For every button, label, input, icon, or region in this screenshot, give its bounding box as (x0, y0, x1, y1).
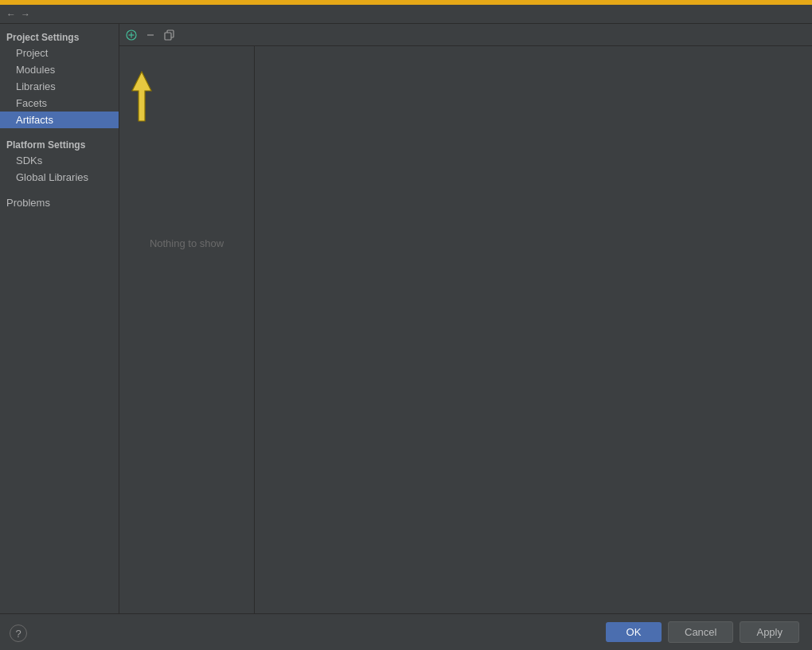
bottom-bar: ? OK Cancel Apply (0, 613, 812, 650)
add-button[interactable] (123, 26, 140, 44)
sidebar-item-global-libraries[interactable]: Global Libraries (0, 169, 119, 186)
help-button[interactable]: ? (10, 625, 27, 642)
left-panel: Nothing to show (119, 46, 255, 613)
project-settings-group-label: Project Settings (0, 27, 119, 45)
sidebar-item-sdks[interactable]: SDKs (0, 152, 119, 169)
sidebar: Project Settings Project Modules Librari… (0, 24, 119, 613)
sidebar-divider-2 (0, 186, 119, 192)
sidebar-item-facets[interactable]: Facets (0, 95, 119, 112)
forward-button[interactable]: → (19, 8, 32, 21)
remove-button[interactable] (142, 26, 159, 44)
content-area: Nothing to show (119, 24, 812, 613)
cancel-button[interactable]: Cancel (668, 621, 733, 643)
apply-button[interactable]: Apply (740, 621, 799, 643)
main-layout: Project Settings Project Modules Librari… (0, 24, 812, 613)
ok-button[interactable]: OK (606, 622, 662, 642)
right-panel (255, 46, 812, 613)
svg-rect-5 (165, 33, 171, 40)
sidebar-item-project[interactable]: Project (0, 45, 119, 61)
split-area: Nothing to show (119, 46, 812, 613)
svg-marker-6 (132, 72, 151, 121)
nothing-to-show-label: Nothing to show (150, 237, 224, 249)
platform-settings-group-label: Platform Settings (0, 135, 119, 152)
copy-button[interactable] (161, 26, 178, 44)
sidebar-item-libraries[interactable]: Libraries (0, 78, 119, 95)
sidebar-item-problems[interactable]: Problems (0, 192, 119, 211)
toolbar (119, 24, 812, 46)
sidebar-item-modules[interactable]: Modules (0, 61, 119, 78)
sidebar-item-artifacts[interactable]: Artifacts (0, 112, 119, 128)
window-controls-bar: ← → (0, 5, 812, 24)
sidebar-divider (0, 128, 119, 135)
back-button[interactable]: ← (5, 8, 18, 21)
